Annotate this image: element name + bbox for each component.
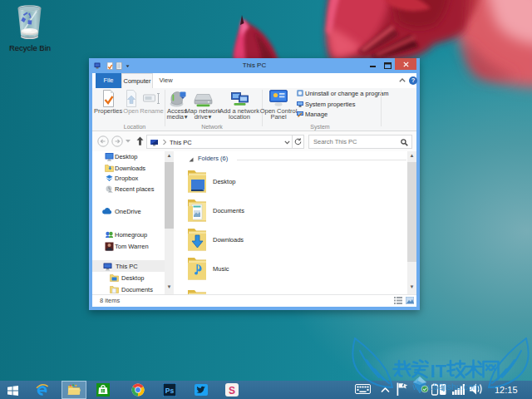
svg-text:Ps: Ps — [165, 387, 175, 395]
svg-text:IT: IT — [431, 361, 447, 382]
svg-text:S: S — [229, 385, 235, 397]
